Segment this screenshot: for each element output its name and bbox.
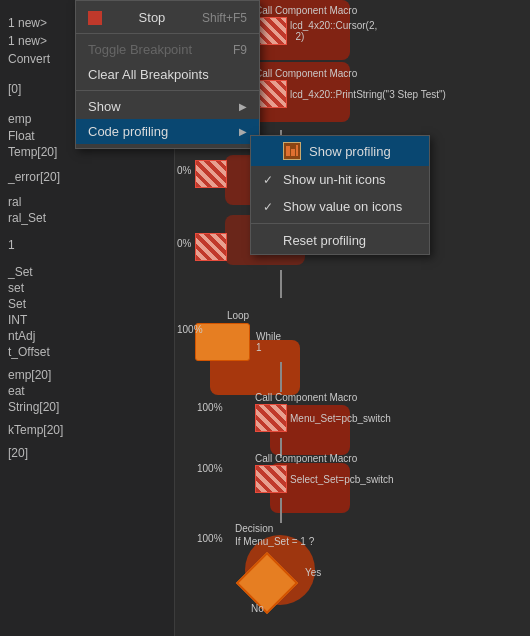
code-profiling-label: Code profiling (88, 124, 168, 139)
sidebar-item: Set (0, 296, 174, 312)
submenu-code-profiling: Show profiling ✓ Show un-hit icons ✓ Sho… (250, 135, 430, 255)
loop-shape (195, 323, 250, 361)
flow-node-title: Call Component Macro (255, 68, 446, 79)
sidebar-item: t_Offset (0, 344, 174, 360)
connector (280, 362, 282, 392)
submenu-item-show-profiling[interactable]: Show profiling (251, 136, 429, 166)
show-label: Show (88, 99, 121, 114)
check-empty (263, 144, 275, 158)
flow-box (195, 160, 227, 188)
toggle-breakpoint-shortcut: F9 (233, 43, 247, 57)
submenu-item-reset-profiling[interactable]: Reset profiling (251, 227, 429, 254)
submenu-item-show-unhit[interactable]: ✓ Show un-hit icons (251, 166, 429, 193)
sidebar-item: [20] (0, 438, 174, 461)
flow-node-0pct-2: 0% (195, 233, 227, 261)
flow-node-cursor: Call Component Macro lcd_4x20::Cursor(2,… (255, 5, 377, 45)
percentage-label: 0% (177, 165, 191, 176)
sidebar-item: ral_Set (0, 210, 174, 226)
menu-item-toggle-breakpoint[interactable]: Toggle Breakpoint F9 (76, 37, 259, 62)
percentage-label: 100% (197, 402, 223, 413)
diamond-container (235, 551, 299, 615)
check-empty-reset (263, 234, 275, 248)
percentage-label: 100% (197, 533, 223, 544)
flow-node-menuset: 100% Call Component Macro Menu_Set=pcb_s… (255, 392, 391, 432)
check-mark-unhit: ✓ (263, 173, 275, 187)
stop-icon (88, 11, 102, 25)
sidebar-item: set (0, 280, 174, 296)
percentage-label: 100% (197, 463, 223, 474)
menu-item-code-profiling[interactable]: Code profiling (76, 119, 259, 144)
submenu-separator (251, 223, 429, 224)
sidebar-item: _Set (0, 253, 174, 280)
menu-item-clear-breakpoints[interactable]: Clear All Breakpoints (76, 62, 259, 87)
flow-node-title: Call Component Macro (255, 453, 394, 464)
sidebar-item: emp[20] (0, 360, 174, 383)
show-value-label: Show value on icons (283, 199, 402, 214)
profiling-icon (283, 142, 301, 160)
svg-rect-1 (291, 149, 295, 156)
clear-breakpoints-label: Clear All Breakpoints (88, 67, 209, 82)
flow-box (255, 404, 287, 432)
loop-label: Loop (195, 310, 281, 321)
flow-node-sublabel: Menu_Set=pcb_switch (290, 413, 391, 424)
show-profiling-label: Show profiling (309, 144, 391, 159)
sidebar-item: kTemp[20] (0, 415, 174, 438)
yes-label: Yes (305, 567, 321, 578)
submenu-item-show-value[interactable]: ✓ Show value on icons (251, 193, 429, 220)
flow-node-0pct-1: 0% (195, 160, 227, 188)
flow-node-selectset: 100% Call Component Macro Select_Set=pcb… (255, 453, 394, 493)
menu-item-stop[interactable]: Stop Shift+F5 (76, 5, 259, 30)
sidebar-item: String[20] (0, 399, 174, 415)
sidebar-item: ntAdj (0, 328, 174, 344)
show-unhit-label: Show un-hit icons (283, 172, 386, 187)
separator (76, 33, 259, 34)
decision-title: Decision (235, 523, 314, 534)
flow-node-title: Call Component Macro (255, 392, 391, 403)
percentage-label: 100% (177, 324, 203, 335)
stop-shortcut: Shift+F5 (202, 11, 247, 25)
decision-condition: If Menu_Set = 1 ? (235, 536, 314, 547)
flow-box (255, 465, 287, 493)
while-condition: 1 (256, 342, 281, 353)
connector (280, 498, 282, 523)
flow-node-sublabel: Select_Set=pcb_switch (290, 474, 394, 485)
svg-rect-0 (286, 146, 290, 156)
flow-node-decision: 100% Decision If Menu_Set = 1 ? Yes No (235, 523, 314, 615)
flow-node-loop: 100% Loop While 1 (195, 310, 281, 361)
sidebar-item: INT (0, 312, 174, 328)
context-menu: Stop Shift+F5 Toggle Breakpoint F9 Clear… (75, 0, 260, 149)
sidebar-item: _error[20] (0, 160, 174, 185)
reset-profiling-label: Reset profiling (283, 233, 366, 248)
flow-node-printstring: Call Component Macro lcd_4x20::PrintStri… (255, 68, 446, 108)
flow-node-sublabel: lcd_4x20::Cursor(2, 2) (290, 20, 377, 42)
toggle-breakpoint-label: Toggle Breakpoint (88, 42, 192, 57)
menu-item-show[interactable]: Show (76, 94, 259, 119)
separator-2 (76, 90, 259, 91)
sidebar-item: ral (0, 185, 174, 210)
flow-node-sublabel: lcd_4x20::PrintString("3 Step Test") (290, 89, 446, 100)
check-mark-value: ✓ (263, 200, 275, 214)
diamond-shape (236, 552, 298, 614)
flow-box (195, 233, 227, 261)
percentage-label: 0% (177, 238, 191, 249)
svg-rect-2 (296, 145, 298, 156)
flow-node-title: Call Component Macro (255, 5, 377, 16)
while-label: While (256, 331, 281, 342)
sidebar-item: eat (0, 383, 174, 399)
stop-label: Stop (139, 10, 166, 25)
sidebar-item: 1 (0, 226, 174, 253)
connector (280, 270, 282, 298)
no-label: No (251, 603, 264, 614)
